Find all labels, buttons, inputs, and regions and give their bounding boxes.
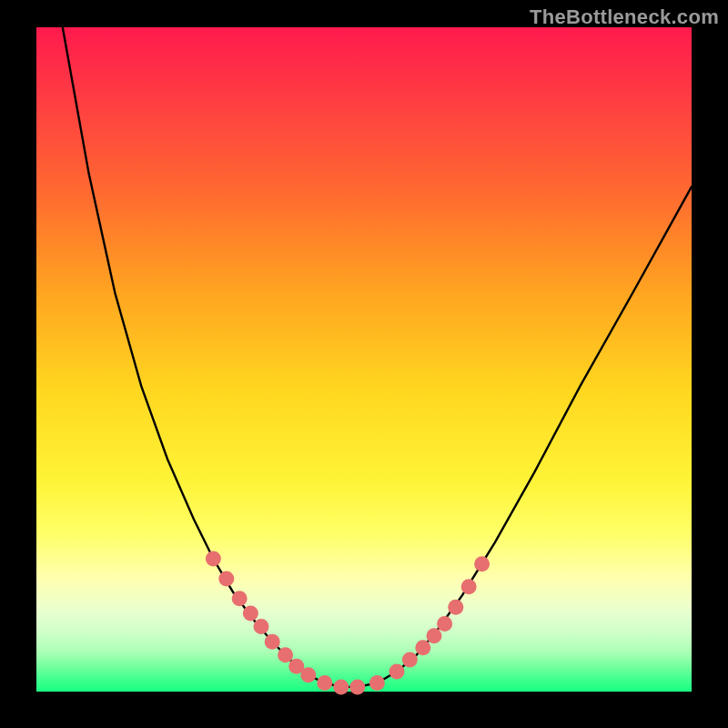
highlight-dot [300,667,316,682]
highlight-dot [206,551,221,567]
highlight-dot [427,628,442,643]
highlight-dot [265,634,280,650]
watermark-text: TheBottleneck.com [530,5,719,29]
highlight-dot [389,664,405,680]
highlight-dot [461,579,477,594]
highlight-dot [474,556,490,571]
highlight-dot [254,619,269,634]
highlight-dot [317,675,332,691]
highlight-dot [278,647,293,662]
highlight-dot [437,616,452,632]
bottleneck-curve [63,27,692,687]
highlight-dot [448,600,463,615]
highlight-dot [218,571,234,586]
highlight-dot [349,679,365,694]
highlight-dot [333,679,349,694]
highlight-dot [415,640,430,655]
highlight-dots-group [206,551,490,695]
highlight-dot [232,591,248,606]
highlight-dot [369,675,385,691]
highlight-dot [402,652,418,668]
curve-overlay [36,27,692,692]
highlight-dot [243,605,258,621]
chart-stage: TheBottleneck.com [0,0,728,728]
